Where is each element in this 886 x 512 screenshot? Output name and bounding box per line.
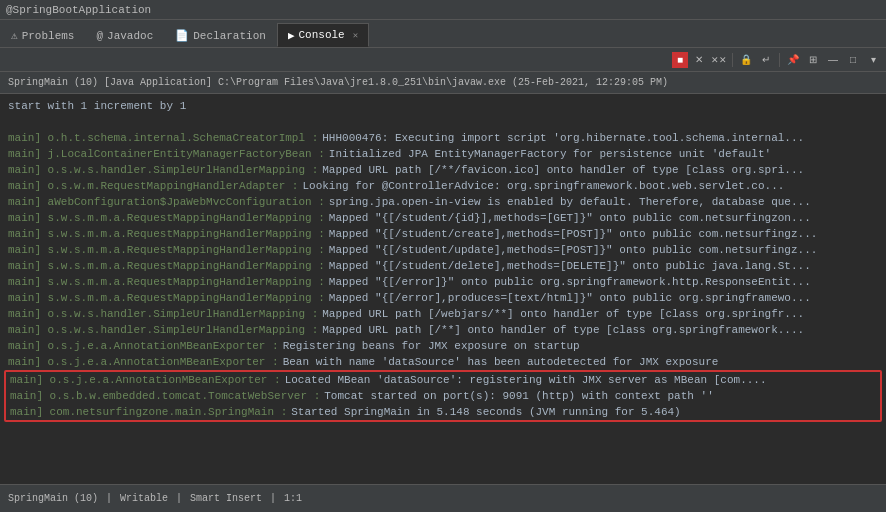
status-item-insert: Smart Insert	[190, 493, 262, 504]
console-line-controller-advice: main] o.s.w.m.RequestMappingHandlerAdapt…	[0, 178, 886, 194]
console-line-student-create: main] s.w.s.m.m.a.RequestMappingHandlerM…	[0, 226, 886, 242]
console-line-tomcat: main] o.s.b.w.embedded.tomcat.TomcatWebS…	[6, 388, 880, 404]
console-line-mbean: main] o.s.j.e.a.AnnotationMBeanExporter …	[6, 372, 880, 388]
status-item-writable: Writable	[120, 493, 168, 504]
maximize-button[interactable]: □	[844, 51, 862, 69]
open-console-button[interactable]: ⊞	[804, 51, 822, 69]
minimize-button[interactable]: —	[824, 51, 842, 69]
console-line-jmx-register: main] o.s.j.e.a.AnnotationMBeanExporter …	[0, 338, 886, 354]
empty-line2	[0, 114, 886, 130]
view-menu-button[interactable]: ▾	[864, 51, 882, 69]
scroll-lock-button[interactable]: 🔒	[737, 51, 755, 69]
tab-problems[interactable]: ⚠ Problems	[0, 23, 85, 47]
console-line-student-delete: main] s.w.s.m.m.a.RequestMappingHandlerM…	[0, 258, 886, 274]
remove-button[interactable]: ✕	[690, 51, 708, 69]
status-item-app: SpringMain (10)	[8, 493, 98, 504]
tab-javadoc[interactable]: @ Javadoc	[85, 23, 164, 47]
console-area[interactable]: start with 1 increment by 1 main] o.h.t.…	[0, 94, 886, 484]
console-line-jpa: main] j.LocalContainerEntityManagerFacto…	[0, 146, 886, 162]
declaration-icon: 📄	[175, 29, 189, 42]
javadoc-icon: @	[96, 30, 103, 42]
tab-console[interactable]: ▶ Console ✕	[277, 23, 369, 47]
console-line-webjars: main] o.s.w.s.handler.SimpleUrlHandlerMa…	[0, 306, 886, 322]
console-line-favicon: main] o.s.w.s.handler.SimpleUrlHandlerMa…	[0, 162, 886, 178]
toolbar: ■ ✕ ✕✕ 🔒 ↵ 📌 ⊞ — □ ▾	[0, 48, 886, 72]
console-line-student-get: main] s.w.s.m.m.a.RequestMappingHandlerM…	[0, 210, 886, 226]
console-line-schemaCreator: main] o.h.t.schema.internal.SchemaCreato…	[0, 130, 886, 146]
tabs-bar: ⚠ Problems @ Javadoc 📄 Declaration ▶ Con…	[0, 20, 886, 48]
run-path-text: SpringMain (10) [Java Application] C:\Pr…	[8, 77, 668, 88]
pin-button[interactable]: 📌	[784, 51, 802, 69]
title-bar: @SpringBootApplication	[0, 0, 886, 20]
console-line-started: main] com.netsurfingzone.main.SpringMain…	[6, 404, 880, 420]
problems-icon: ⚠	[11, 29, 18, 42]
remove-all-button[interactable]: ✕✕	[710, 51, 728, 69]
run-path-bar: SpringMain (10) [Java Application] C:\Pr…	[0, 72, 886, 94]
console-line-student-update: main] s.w.s.m.m.a.RequestMappingHandlerM…	[0, 242, 886, 258]
status-separator-3: |	[270, 493, 276, 504]
status-separator-1: |	[106, 493, 112, 504]
console-line-all-path: main] o.s.w.s.handler.SimpleUrlHandlerMa…	[0, 322, 886, 338]
tab-declaration[interactable]: 📄 Declaration	[164, 23, 277, 47]
word-wrap-button[interactable]: ↵	[757, 51, 775, 69]
console-line-jmx-autodetect: main] o.s.j.e.a.AnnotationMBeanExporter …	[0, 354, 886, 370]
status-item-position: 1:1	[284, 493, 302, 504]
console-line-error-html: main] s.w.s.m.m.a.RequestMappingHandlerM…	[0, 290, 886, 306]
status-separator-2: |	[176, 493, 182, 504]
console-icon: ▶	[288, 29, 295, 42]
stop-button[interactable]: ■	[672, 52, 688, 68]
empty-line: start with 1 increment by 1	[0, 98, 886, 114]
highlighted-block: main] o.s.j.e.a.AnnotationMBeanExporter …	[4, 370, 882, 422]
bottom-status-bar: SpringMain (10) | Writable | Smart Inser…	[0, 484, 886, 512]
console-line-error: main] s.w.s.m.m.a.RequestMappingHandlerM…	[0, 274, 886, 290]
tab-close-icon[interactable]: ✕	[353, 30, 358, 41]
console-line-jpa-open: main] aWebConfiguration$JpaWebMvcConfigu…	[0, 194, 886, 210]
title-text: @SpringBootApplication	[6, 4, 151, 16]
